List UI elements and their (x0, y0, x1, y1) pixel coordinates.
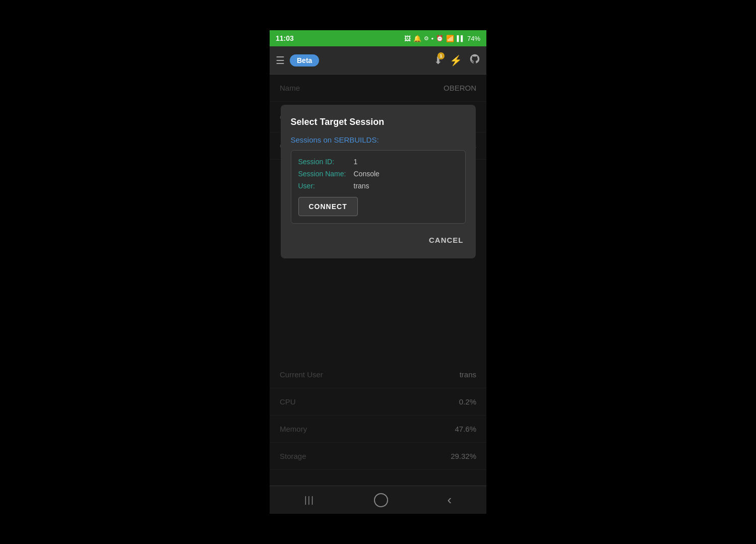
session-user-value: trans (354, 182, 369, 190)
session-user-label: User: (298, 182, 354, 190)
session-name-label: Session Name: (298, 170, 354, 178)
recent-apps-button[interactable]: ||| (294, 491, 325, 509)
session-user-field: User: trans (298, 182, 458, 190)
wifi-icon: 📶 (446, 35, 454, 42)
session-id-field: Session ID: 1 (298, 158, 458, 166)
signal-icon: ▌▌ (457, 35, 465, 41)
session-card: Session ID: 1 Session Name: Console User… (291, 150, 466, 224)
photo-icon: 🖼 (404, 35, 411, 42)
beta-badge[interactable]: Beta (290, 54, 319, 66)
modal-overlay: Select Target Session Sessions on SERBUI… (270, 75, 486, 486)
github-icon[interactable] (469, 53, 480, 67)
badge-count: 1 (437, 52, 445, 59)
back-button[interactable]: ‹ (437, 488, 462, 512)
connect-button[interactable]: CONNECT (298, 197, 358, 216)
download-icon[interactable]: ⬇ 1 (434, 54, 443, 66)
status-bar: 11:03 🖼 🔔 ⚙ ● ⏰ 📶 ▌▌ 74% (270, 30, 486, 46)
select-session-modal: Select Target Session Sessions on SERBUI… (281, 105, 476, 258)
battery-text: 74% (467, 35, 480, 42)
app-bar-right: ⬇ 1 ⚡ (434, 53, 480, 67)
sessions-header: Sessions on SERBUILDS: (291, 135, 466, 144)
app-bar-left: ☰ Beta (276, 54, 319, 66)
session-id-label: Session ID: (298, 158, 354, 166)
status-time: 11:03 (276, 34, 294, 42)
dot-icon: ● (431, 36, 434, 41)
modal-footer: CANCEL (291, 232, 466, 248)
nav-bar: ||| ‹ (270, 486, 486, 514)
app-bar: ☰ Beta ⬇ 1 ⚡ (270, 46, 486, 75)
settings-icon: ⚙ (424, 35, 429, 42)
notification-icon: 🔔 (413, 35, 421, 42)
session-name-field: Session Name: Console (298, 170, 458, 178)
cancel-button[interactable]: CANCEL (427, 232, 466, 248)
content-area: Name OBERON Online ✓ Current User trans … (270, 75, 486, 486)
status-icons: 🖼 🔔 ⚙ ● ⏰ 📶 ▌▌ 74% (404, 35, 480, 42)
hamburger-icon[interactable]: ☰ (276, 54, 285, 66)
home-button[interactable] (374, 493, 388, 507)
lightning-icon[interactable]: ⚡ (450, 54, 462, 66)
alarm-icon: ⏰ (436, 35, 444, 42)
modal-title: Select Target Session (291, 117, 466, 127)
session-id-value: 1 (354, 158, 358, 166)
session-name-value: Console (354, 170, 380, 178)
